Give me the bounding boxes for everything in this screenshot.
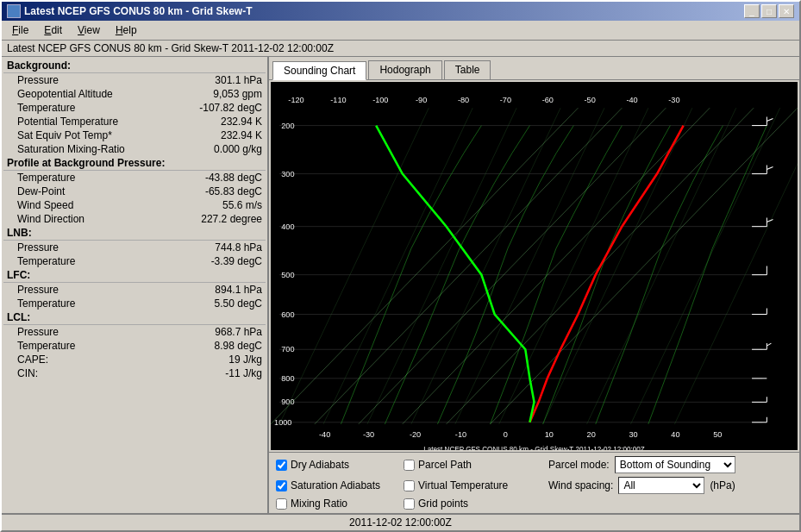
lnb-section-header: LNB: xyxy=(3,226,266,241)
svg-text:-60: -60 xyxy=(542,96,554,104)
tab-sounding-chart[interactable]: Sounding Chart xyxy=(272,61,366,80)
mixing-ratio-checkbox[interactable] xyxy=(276,498,287,510)
svg-text:300: 300 xyxy=(281,170,294,178)
svg-text:-120: -120 xyxy=(288,96,304,104)
cape-row: CAPE:19 J/kg xyxy=(3,353,266,366)
list-item: Temperature8.98 degC xyxy=(3,339,266,353)
menu-edit[interactable]: Edit xyxy=(37,22,69,38)
background-section-header: Background: xyxy=(3,59,266,73)
mixing-ratio-label: Mixing Ratio xyxy=(291,498,347,510)
parcel-mode-row: Parcel mode: Bottom of Sounding Most Uns… xyxy=(548,456,735,473)
list-item: Wind Direction227.2 degree xyxy=(3,212,266,226)
wind-spacing-unit: (hPa) xyxy=(710,479,735,491)
main-window: Latest NCEP GFS CONUS 80 km - Grid Skew-… xyxy=(0,0,801,532)
svg-text:200: 200 xyxy=(281,122,294,130)
menu-file[interactable]: File xyxy=(5,22,35,38)
sounding-chart-svg: -120 -110 -100 -90 -80 -70 -60 -50 -40 -… xyxy=(271,82,798,450)
list-item: Sat Equiv Pot Temp*232.94 K xyxy=(3,128,266,142)
svg-text:-30: -30 xyxy=(668,96,679,104)
list-item: Temperature5.50 degC xyxy=(3,297,266,310)
title-bar-content: Latest NCEP GFS CONUS 80 km - Grid Skew-… xyxy=(7,4,253,18)
status-text: 2011-12-02 12:00:00Z xyxy=(349,516,452,529)
grid-points-label: Grid points xyxy=(418,498,468,510)
svg-text:-110: -110 xyxy=(330,96,346,104)
svg-text:Latest NCEP GFS CONUS 80 km - : Latest NCEP GFS CONUS 80 km - Grid Skew-… xyxy=(423,446,645,450)
window-title: Latest NCEP GFS CONUS 80 km - Grid Skew-… xyxy=(24,5,253,17)
mixing-ratio-group: Mixing Ratio xyxy=(276,498,397,510)
wind-spacing-label: Wind spacing: xyxy=(548,479,613,491)
maximize-button[interactable]: □ xyxy=(761,4,777,18)
parcel-path-checkbox[interactable] xyxy=(404,460,415,471)
tab-hodograph[interactable]: Hodograph xyxy=(368,60,441,79)
list-item: Wind Speed55.6 m/s xyxy=(3,198,266,212)
main-content: Background: Pressure301.1 hPa Geopotenti… xyxy=(2,57,799,513)
tab-table[interactable]: Table xyxy=(444,60,491,79)
svg-text:30: 30 xyxy=(629,430,637,439)
svg-rect-0 xyxy=(271,91,798,441)
list-item: Temperature-107.82 degC xyxy=(3,101,266,115)
wind-spacing-select[interactable]: All 50 hPa 100 hPa xyxy=(618,477,704,494)
parcel-mode-label: Parcel mode: xyxy=(548,459,610,471)
svg-text:400: 400 xyxy=(281,222,294,231)
saturation-adiabats-group: Saturation Adiabats xyxy=(276,479,397,491)
svg-text:-40: -40 xyxy=(626,96,637,104)
tab-bar: Sounding Chart Hodograph Table xyxy=(269,57,799,80)
menu-bar: File Edit View Help xyxy=(2,21,799,41)
dry-adiabats-checkbox[interactable] xyxy=(276,460,287,471)
title-bar: Latest NCEP GFS CONUS 80 km - Grid Skew-… xyxy=(2,2,799,21)
virtual-temp-group: Virtual Temperature xyxy=(404,479,524,491)
list-item: Geopotential Altitude9,053 gpm xyxy=(3,87,266,101)
app-icon xyxy=(7,4,21,18)
parcel-path-group: Parcel Path xyxy=(404,459,524,471)
parcel-mode-select[interactable]: Bottom of Sounding Most Unstable Mixed L… xyxy=(615,456,735,473)
profile-section-header: Profile at Background Pressure: xyxy=(3,156,266,171)
status-bar: 2011-12-02 12:00:00Z xyxy=(2,513,799,530)
grid-points-checkbox[interactable] xyxy=(404,498,415,510)
list-item: Pressure301.1 hPa xyxy=(3,73,266,87)
svg-text:50: 50 xyxy=(713,430,722,439)
chart-area: -120 -110 -100 -90 -80 -70 -60 -50 -40 -… xyxy=(271,82,798,450)
svg-text:-10: -10 xyxy=(455,430,466,439)
right-panel: Sounding Chart Hodograph Table -120 -110… xyxy=(269,57,799,513)
lfc-section-header: LFC: xyxy=(3,268,266,283)
menu-help[interactable]: Help xyxy=(109,22,144,38)
svg-text:-80: -80 xyxy=(458,96,469,104)
list-item: Pressure894.1 hPa xyxy=(3,283,266,297)
svg-text:700: 700 xyxy=(281,345,294,354)
cin-row: CIN:-11 J/kg xyxy=(3,366,266,380)
virtual-temperature-label: Virtual Temperature xyxy=(418,479,508,491)
parcel-path-label: Parcel Path xyxy=(418,459,472,471)
virtual-temperature-checkbox[interactable] xyxy=(404,480,415,491)
controls-row-1: Dry Adiabats Parcel Path Parcel mode: Bo… xyxy=(276,456,792,473)
saturation-adiabats-checkbox[interactable] xyxy=(276,480,287,491)
grid-points-group: Grid points xyxy=(404,498,524,510)
list-item: Dew-Point-65.83 degC xyxy=(3,185,266,198)
list-item: Pressure744.8 hPa xyxy=(3,241,266,254)
subtitle-bar: Latest NCEP GFS CONUS 80 km - Grid Skew-… xyxy=(2,41,799,57)
list-item: Pressure968.7 hPa xyxy=(3,325,266,339)
svg-text:10: 10 xyxy=(545,430,554,439)
svg-text:-40: -40 xyxy=(319,430,330,439)
list-item: Temperature-3.39 degC xyxy=(3,254,266,268)
saturation-adiabats-label: Saturation Adiabats xyxy=(291,479,380,491)
svg-text:-100: -100 xyxy=(372,96,388,104)
controls-row-2: Saturation Adiabats Virtual Temperature … xyxy=(276,477,792,494)
svg-text:-90: -90 xyxy=(416,96,427,104)
close-button[interactable]: ✕ xyxy=(779,4,794,18)
menu-view[interactable]: View xyxy=(71,22,107,38)
svg-text:800: 800 xyxy=(281,374,294,383)
svg-text:600: 600 xyxy=(281,310,294,319)
left-panel: Background: Pressure301.1 hPa Geopotenti… xyxy=(2,57,269,513)
dry-adiabats-label: Dry Adiabats xyxy=(291,459,349,471)
svg-text:900: 900 xyxy=(281,397,294,406)
controls-panel: Dry Adiabats Parcel Path Parcel mode: Bo… xyxy=(269,452,799,513)
svg-text:-70: -70 xyxy=(500,96,511,104)
svg-text:500: 500 xyxy=(281,271,294,279)
svg-text:-20: -20 xyxy=(410,430,421,439)
controls-row-3: Mixing Ratio Grid points xyxy=(276,498,792,510)
wind-spacing-row: Wind spacing: All 50 hPa 100 hPa (hPa) xyxy=(548,477,735,494)
dry-adiabats-group: Dry Adiabats xyxy=(276,459,397,471)
minimize-button[interactable]: _ xyxy=(744,4,760,18)
svg-text:20: 20 xyxy=(587,430,596,439)
svg-text:1000: 1000 xyxy=(274,418,291,427)
